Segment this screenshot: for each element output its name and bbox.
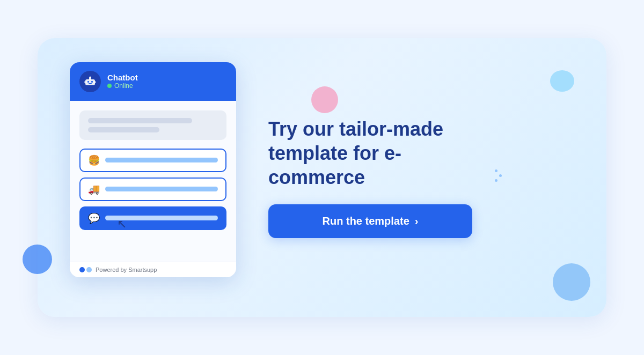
option-button-1[interactable]: 🍔 — [79, 149, 226, 172]
option-1-bar — [105, 158, 218, 162]
skel-line-2 — [88, 127, 159, 132]
chevron-right-icon: › — [415, 215, 419, 227]
logo-dot-1 — [79, 267, 85, 272]
option-button-2[interactable]: 🚚 — [79, 178, 226, 201]
blob-blue-left — [23, 245, 52, 274]
logo-dot-2 — [86, 267, 92, 272]
blob-teal-right — [550, 70, 574, 92]
run-template-label: Run the template — [323, 215, 409, 227]
svg-rect-2 — [91, 81, 93, 83]
option-3-bar — [105, 216, 218, 220]
svg-rect-3 — [89, 83, 92, 84]
status-text: Online — [114, 82, 133, 90]
robot-icon — [84, 75, 97, 88]
smartsupp-logo-dots — [79, 267, 92, 272]
option-1-icon: 🍔 — [88, 154, 100, 166]
chatbot-widget: Chatbot Online 🍔 🚚 — [70, 62, 236, 277]
widget-header: Chatbot Online — [70, 62, 236, 101]
chatbot-name: Chatbot — [107, 73, 138, 82]
skel-line-1 — [88, 118, 192, 123]
run-template-button[interactable]: Run the template › — [268, 204, 472, 238]
option-3-icon: 💬 — [88, 212, 100, 224]
widget-title-block: Chatbot Online — [107, 73, 138, 90]
cta-heading-line1: Try our tailor-made — [268, 118, 443, 140]
chatbot-status: Online — [107, 82, 138, 90]
powered-text: Powered by Smartsupp — [96, 267, 157, 273]
svg-rect-1 — [87, 81, 89, 83]
option-2-icon: 🚚 — [88, 183, 100, 195]
widget-body: 🍔 🚚 💬 ↖ — [70, 101, 236, 262]
option-button-3[interactable]: 💬 — [79, 206, 226, 230]
status-dot — [107, 84, 112, 88]
blob-blue-bottom-right — [553, 263, 590, 301]
promo-card: Chatbot Online 🍔 🚚 — [38, 38, 606, 317]
powered-logo — [79, 267, 92, 272]
cta-section: Try our tailor-made template for e-comme… — [236, 117, 569, 238]
blob-pink — [311, 86, 338, 113]
option-2-bar — [105, 187, 218, 191]
avatar — [79, 71, 101, 92]
cta-heading: Try our tailor-made template for e-comme… — [268, 117, 483, 189]
cta-heading-line2: template for e-commerce — [268, 142, 401, 188]
svg-point-5 — [90, 76, 91, 78]
widget-footer: Powered by Smartsupp — [70, 262, 236, 277]
chat-skeleton-message — [79, 110, 226, 140]
